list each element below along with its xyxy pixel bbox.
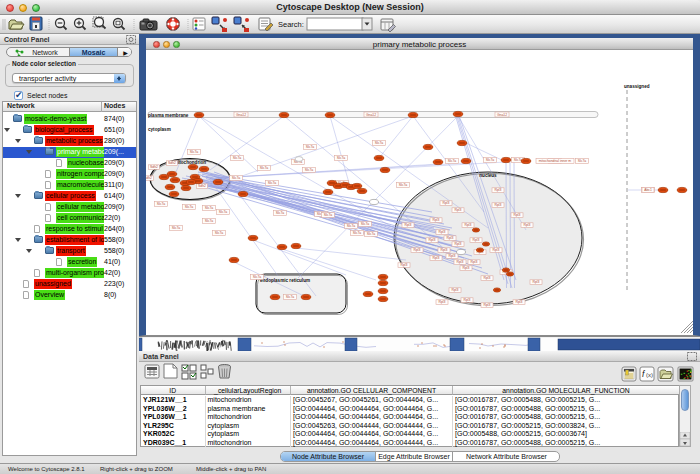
svg-text:Gna12: Gna12 [366,113,376,117]
svg-text:Rpl3: Rpl3 [452,288,459,292]
svg-text:Rpl3: Rpl3 [401,263,408,267]
svg-text:Rpl3: Rpl3 [533,280,540,284]
svg-text:Rpl3: Rpl3 [433,256,440,260]
svg-text:Slc7a: Slc7a [268,181,277,185]
svg-text:Slc7a: Slc7a [157,202,166,206]
svg-text:Rpl3: Rpl3 [439,300,446,304]
svg-text:Sdh2: Sdh2 [168,161,176,165]
svg-text:Rpl3: Rpl3 [473,238,480,242]
svg-text:unassigned: unassigned [624,84,650,89]
svg-text:Rpl3: Rpl3 [464,298,471,302]
svg-text:plasma membrane: plasma membrane [148,113,189,118]
svg-text:Rpl3: Rpl3 [495,188,502,192]
svg-text:Slc7a: Slc7a [324,213,333,217]
svg-text:(x): (x) [646,372,653,378]
svg-text:Rpl3: Rpl3 [471,260,478,264]
svg-text:Slc7a: Slc7a [305,168,314,172]
svg-text:Rpl3: Rpl3 [516,300,523,304]
svg-text:Slc7a: Slc7a [361,222,370,226]
svg-text:Rpl3: Rpl3 [524,223,531,227]
svg-text:Slc7a: Slc7a [399,183,408,187]
svg-text:Slc7a: Slc7a [367,232,376,236]
svg-text:Rpl3: Rpl3 [455,242,462,246]
svg-text:Slc7a: Slc7a [578,159,587,163]
svg-text:Slc7a: Slc7a [233,156,242,160]
svg-text:Rpl3: Rpl3 [457,260,464,264]
svg-text:Slc7a: Slc7a [172,226,181,230]
svg-text:Search:: Search: [278,20,304,29]
svg-text:Slc7a: Slc7a [486,158,495,162]
svg-text:Slc7a: Slc7a [253,275,262,279]
svg-text:Rpl3: Rpl3 [443,201,450,205]
svg-text:Slc7a: Slc7a [260,166,269,170]
svg-text:Sdh2: Sdh2 [146,176,152,180]
svg-text:mitochondrion: mitochondrion [174,160,206,165]
svg-text:Sdh2: Sdh2 [150,165,158,169]
svg-text:Rpl3: Rpl3 [493,248,500,252]
svg-text:nucleus: nucleus [479,173,497,178]
svg-text:Gna12: Gna12 [236,113,246,117]
svg-text:Rpl3: Rpl3 [465,223,472,227]
svg-text:Rpl3: Rpl3 [414,248,421,252]
svg-text:Slc7a: Slc7a [215,231,224,235]
svg-text:Rpl3: Rpl3 [449,254,456,258]
svg-text:cytoplasm: cytoplasm [148,127,171,132]
svg-text:Rpl3: Rpl3 [463,266,470,270]
svg-text:Slc7a: Slc7a [448,159,457,163]
svg-text:Slc7a: Slc7a [286,295,295,299]
svg-text:Rpl3: Rpl3 [484,303,491,307]
svg-text:Abc1: Abc1 [644,188,652,192]
svg-text:Slc7a: Slc7a [375,141,384,145]
svg-text:mitochondrial inner m: mitochondrial inner m [539,159,572,163]
svg-text:Slc7a: Slc7a [232,176,241,180]
svg-text:Slc7a: Slc7a [347,224,356,228]
svg-text:Rpl3: Rpl3 [484,276,491,280]
svg-text:Rpl3: Rpl3 [433,218,440,222]
svg-text:Rpl3: Rpl3 [514,213,521,217]
svg-text:Slc7a: Slc7a [185,205,194,209]
svg-text:Rpl3: Rpl3 [429,238,436,242]
svg-text:Sdh2: Sdh2 [198,184,206,188]
svg-text:Slc7a: Slc7a [306,145,315,149]
svg-text:Slc7a: Slc7a [276,211,285,215]
svg-text:Rpl3: Rpl3 [441,248,448,252]
svg-text:Rpl3: Rpl3 [439,230,446,234]
svg-text:Slc7a: Slc7a [205,206,214,210]
svg-text:Rpl3: Rpl3 [447,236,454,240]
svg-text:Slc7a: Slc7a [205,219,214,223]
svg-text:Rpl3: Rpl3 [405,223,412,227]
svg-text:Slc7a: Slc7a [219,210,228,214]
svg-text:Rpl3: Rpl3 [455,208,462,212]
svg-text:Rpl3: Rpl3 [495,203,502,207]
svg-text:endoplasmic reticulum: endoplasmic reticulum [260,278,310,283]
svg-text:Gna12: Gna12 [497,113,507,117]
svg-text:Slc7a: Slc7a [190,150,199,154]
svg-text:Slc7a: Slc7a [337,156,346,160]
svg-text:Slc7a: Slc7a [353,231,362,235]
